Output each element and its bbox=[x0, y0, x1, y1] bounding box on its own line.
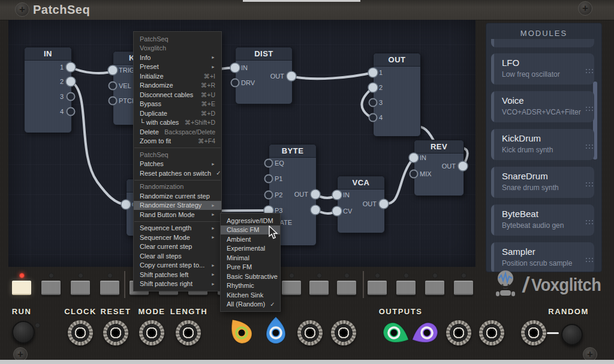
port-1[interactable] bbox=[66, 62, 76, 72]
cv-jack[interactable] bbox=[446, 320, 471, 345]
context-menu-item-rand-button-mode[interactable]: Rand Button Mode► bbox=[134, 210, 221, 219]
port-OUT[interactable] bbox=[458, 161, 468, 171]
context-menu-item--with-cables[interactable]: └ with cables⌘+Shift+D bbox=[134, 118, 221, 128]
port-1[interactable] bbox=[368, 68, 378, 77]
randomizer-submenu-item-kitchen-sink[interactable]: Kitchen Sink bbox=[221, 290, 280, 300]
context-menu-item-copy-current-step-to-[interactable]: Copy current step to...► bbox=[134, 261, 221, 270]
context-menu-item-duplicate[interactable]: Duplicate⌘+D bbox=[134, 109, 221, 118]
port-EQ[interactable] bbox=[265, 160, 273, 167]
module-card-snaredrum[interactable]: SnareDrumSnare drum synth bbox=[491, 167, 594, 198]
step-button-10[interactable] bbox=[282, 281, 301, 295]
context-menu-item-info[interactable]: Info► bbox=[134, 53, 221, 62]
port-CV[interactable] bbox=[332, 206, 342, 216]
port-OUT[interactable] bbox=[311, 189, 320, 199]
randomizer-submenu-item-all-random-[interactable]: All (Random)✓ bbox=[221, 300, 280, 309]
cable-plug[interactable] bbox=[380, 320, 413, 348]
randomizer-submenu-item-pure-fm[interactable]: Pure FM bbox=[221, 263, 280, 272]
port-2[interactable] bbox=[368, 83, 378, 92]
module-card-voice[interactable]: VoiceVCO+ADSR+VCA+Filter bbox=[491, 91, 594, 122]
cable-plug[interactable] bbox=[224, 314, 255, 347]
step-button-13[interactable] bbox=[368, 281, 387, 295]
submenu-arrow-icon: ► bbox=[211, 212, 215, 216]
cv-jack[interactable] bbox=[297, 320, 323, 345]
context-menu-item-shift-patches-left[interactable]: Shift patches left► bbox=[134, 270, 221, 279]
module-card-desc: Kick drum synth bbox=[502, 146, 553, 154]
context-menu-item-initialize[interactable]: Initialize⌘+I bbox=[134, 71, 221, 81]
step-button-3[interactable] bbox=[71, 281, 90, 295]
randomizer-submenu-item-basic-subtractive[interactable]: Basic Subtractive bbox=[221, 272, 280, 281]
context-menu-item-clear-all-steps[interactable]: Clear all steps bbox=[134, 251, 221, 261]
port-3[interactable] bbox=[67, 93, 75, 101]
module-card-lfo[interactable]: LFOLow freq oscillator bbox=[491, 53, 594, 85]
port-TRIG[interactable] bbox=[108, 65, 118, 75]
cable-plug[interactable] bbox=[408, 320, 441, 348]
context-menu-item-sequencer-mode[interactable]: Sequencer Mode► bbox=[134, 233, 221, 242]
cable-plug[interactable] bbox=[266, 317, 285, 344]
port-OUT[interactable] bbox=[379, 199, 389, 209]
randomizer-submenu-item-ambient[interactable]: Ambient bbox=[221, 234, 280, 244]
port-2[interactable] bbox=[66, 77, 76, 86]
port-OUT[interactable] bbox=[287, 71, 296, 81]
random-button[interactable] bbox=[561, 324, 583, 345]
port-4[interactable] bbox=[67, 108, 75, 116]
context-menu-item-sequence-length[interactable]: Sequence Length► bbox=[134, 224, 221, 233]
step-led bbox=[78, 273, 83, 278]
context-menu-item-preset[interactable]: Preset► bbox=[134, 62, 221, 72]
step-led bbox=[461, 273, 466, 278]
run-button[interactable] bbox=[12, 321, 35, 344]
port-3[interactable] bbox=[369, 99, 377, 107]
cv-jack[interactable] bbox=[521, 320, 546, 345]
menu-item-label: Info bbox=[140, 54, 206, 61]
submenu-arrow-icon: ► bbox=[211, 65, 215, 69]
step-button-11[interactable] bbox=[309, 281, 329, 295]
context-menu-item-zoom-to-fit[interactable]: Zoom to fit⌘+F4 bbox=[134, 137, 221, 146]
port-4[interactable] bbox=[369, 114, 377, 122]
step-led bbox=[107, 273, 113, 278]
port-DRV[interactable] bbox=[231, 79, 239, 87]
module-card-sampler[interactable]: SamplerPosition scrub sample bbox=[491, 242, 594, 272]
context-menu-item-shift-patches-right[interactable]: Shift patches right► bbox=[134, 279, 221, 289]
module-card-bytebeat[interactable]: ByteBeatBytebeat audio gen bbox=[491, 204, 594, 236]
context-menu-item-randomizer-strategy[interactable]: Randomizer Strategy► bbox=[134, 201, 221, 210]
port-P2[interactable] bbox=[265, 191, 273, 199]
cv-jack[interactable] bbox=[68, 320, 93, 345]
context-menu-item-bypass[interactable]: Bypass⌘+E bbox=[134, 100, 221, 109]
randomizer-submenu-item-classic-fm[interactable]: Classic FM bbox=[221, 225, 280, 235]
randomizer-submenu-item-minimal[interactable]: Minimal bbox=[221, 253, 280, 263]
context-menu-item-clear-current-step[interactable]: Clear current step bbox=[134, 242, 221, 252]
step-button-12[interactable] bbox=[337, 281, 356, 295]
port-MIX[interactable] bbox=[410, 170, 418, 178]
port-P1[interactable] bbox=[265, 175, 273, 183]
randomizer-submenu-item-experimental[interactable]: Experimental bbox=[221, 244, 280, 254]
cv-jack[interactable] bbox=[331, 320, 356, 345]
port-VEL[interactable] bbox=[109, 82, 117, 90]
cv-jack[interactable] bbox=[139, 320, 164, 345]
cv-jack[interactable] bbox=[103, 320, 128, 345]
context-menu-item-delete[interactable]: DeleteBackspace/Delete bbox=[134, 127, 221, 137]
port-IN[interactable] bbox=[409, 153, 419, 163]
step-button-2[interactable] bbox=[41, 281, 61, 295]
step-button-14[interactable] bbox=[396, 281, 416, 295]
step-button-1[interactable] bbox=[12, 281, 31, 295]
module-card-partial[interactable] bbox=[491, 39, 594, 47]
cv-jack[interactable] bbox=[479, 320, 504, 345]
port-jack[interactable] bbox=[311, 205, 320, 215]
context-menu-item-disconnect-cables[interactable]: Disconnect cables⌘+U bbox=[134, 90, 221, 100]
context-menu-item-randomization: Randomization bbox=[134, 182, 221, 192]
port-IN[interactable] bbox=[332, 190, 342, 200]
step-button-4[interactable] bbox=[100, 281, 119, 295]
cv-jack[interactable] bbox=[176, 320, 201, 345]
step-button-15[interactable] bbox=[425, 281, 444, 295]
step-button-16[interactable] bbox=[454, 281, 473, 295]
port-IN[interactable] bbox=[230, 63, 240, 73]
context-menu-item-patches[interactable]: Patches► bbox=[134, 160, 221, 169]
port-GATE[interactable] bbox=[121, 200, 131, 209]
context-menu-item-reset-patches-on-switch[interactable]: Reset patches on switch✓ bbox=[134, 169, 221, 178]
context-menu-item-randomize-current-step[interactable]: Randomize current step bbox=[134, 191, 221, 201]
randomizer-submenu-item-rhythmic[interactable]: Rhythmic bbox=[221, 281, 280, 291]
port-PTCH[interactable] bbox=[109, 97, 117, 105]
module-card-kickdrum[interactable]: KickDrumKick drum synth bbox=[491, 129, 594, 160]
context-menu-item-randomize[interactable]: Randomize⌘+R bbox=[134, 81, 221, 91]
menu-item-label: Basic Subtractive bbox=[227, 273, 278, 280]
randomizer-submenu-item-aggressive-idm[interactable]: Aggressive/IDM bbox=[221, 216, 280, 225]
